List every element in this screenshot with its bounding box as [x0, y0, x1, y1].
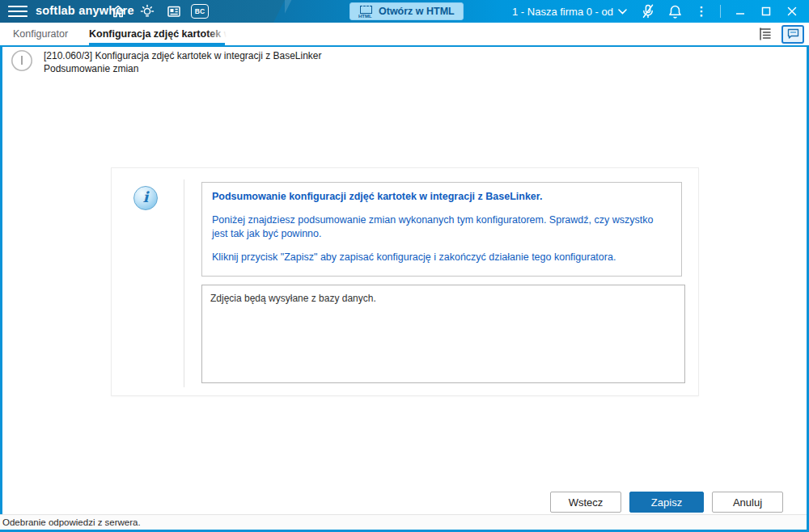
topbar-accent-shape-2 [285, 0, 296, 23]
back-button[interactable]: Wstecz [550, 492, 621, 513]
app-window: softlab anywhere BC HTML [0, 0, 809, 532]
summary-card: i Podsumowanie konfiguracji zdjęć kartot… [111, 167, 699, 396]
bc-module-icon[interactable]: BC [191, 4, 209, 19]
minimize-button[interactable] [731, 2, 749, 20]
wizard-subtitle: Podsumowanie zmian [44, 62, 322, 75]
tab-label: Konfigurator [13, 28, 68, 40]
frame-border-top [0, 45, 809, 47]
frame-border-left [0, 45, 2, 514]
open-in-html-label: Otwórz w HTML [379, 6, 455, 17]
wizard-title: [210.060/3] Konfiguracja zdjęć kartotek … [44, 49, 322, 62]
tab-label: Konfiguracja zdjęć kartotek w in [89, 28, 227, 40]
maximize-button[interactable] [757, 2, 775, 20]
summary-message-box: Podsumowanie konfiguracji zdjęć kartotek… [201, 182, 682, 277]
chevron-down-icon [618, 9, 627, 15]
microphone-muted-icon[interactable] [640, 3, 656, 19]
lightbulb-icon[interactable] [139, 3, 155, 19]
topbar-right-controls: 1 - Nasza firma 0 - od ⋮ [512, 0, 809, 23]
card-divider [184, 179, 184, 387]
top-bar: softlab anywhere BC HTML [0, 0, 809, 23]
hamburger-menu-icon[interactable] [8, 5, 28, 18]
newspaper-icon[interactable] [166, 3, 182, 19]
wizard-header-text: [210.060/3] Konfiguracja zdjęć kartotek … [44, 49, 322, 75]
wizard-header: [210.060/3] Konfiguracja zdjęć kartotek … [11, 49, 322, 75]
company-selector-label: 1 - Nasza firma 0 - od [512, 6, 613, 18]
changes-summary-field[interactable]: Zdjęcia będą wysyłane z bazy danych. [201, 285, 685, 383]
info-icon: i [133, 186, 158, 210]
summary-message-para1: Poniżej znajdziesz podsumowanie zmian wy… [212, 213, 671, 241]
wizard-step-icon [11, 49, 33, 72]
company-selector[interactable]: 1 - Nasza firma 0 - od [512, 6, 627, 18]
tab-label-fade [207, 23, 227, 42]
bell-icon[interactable] [667, 3, 683, 19]
close-button[interactable] [783, 2, 801, 20]
cancel-button[interactable]: Anuluj [712, 492, 783, 513]
bc-module-icon-label: BC [195, 7, 205, 15]
topbar-divider [720, 5, 721, 18]
document-structure-icon[interactable] [756, 24, 775, 44]
status-text: Odebranie odpowiedzi z serwera. [2, 517, 141, 527]
kebab-menu-icon[interactable]: ⋮ [693, 3, 709, 19]
open-in-html-button[interactable]: HTML Otwórz w HTML [349, 2, 464, 20]
html-window-icon: HTML [358, 6, 373, 18]
save-button[interactable]: Zapisz [629, 492, 704, 513]
tab-konfiguracja-zdjec[interactable]: Konfiguracja zdjęć kartotek w in [89, 23, 227, 45]
status-bar: Odebranie odpowiedzi z serwera. [0, 514, 807, 530]
tab-bar: Konfigurator Konfiguracja zdjęć kartotek… [0, 23, 809, 45]
home-icon[interactable] [110, 3, 126, 19]
comments-icon[interactable] [781, 25, 804, 44]
tab-konfigurator[interactable]: Konfigurator [13, 23, 68, 45]
summary-message-para2: Kliknij przycisk "Zapisz" aby zapisać ko… [212, 251, 671, 264]
summary-message-title: Podsumowanie konfiguracji zdjęć kartotek… [212, 190, 671, 204]
